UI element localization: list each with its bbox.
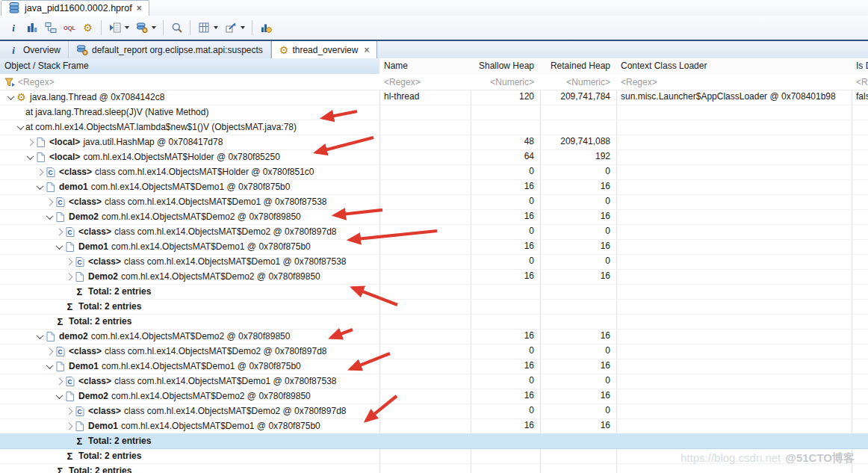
tree-row[interactable]: ΣTotal: 2 entries [0, 299, 868, 315]
thread-overview-gear-icon[interactable]: ⚙ [78, 19, 97, 37]
tree-row[interactable]: demo1com.hl.ex14.ObjectsMAT$Demo1 @ 0x78… [0, 179, 868, 195]
view-tab-thread_overview[interactable]: ⚙thread_overview× [271, 41, 378, 58]
tree-row[interactable]: ΣTotal: 2 entries [0, 433, 868, 449]
tree-row[interactable]: ΣTotal: 2 entries [0, 314, 868, 330]
shallow-heap-cell: 16 [471, 209, 540, 224]
oql-icon[interactable]: OQL [60, 19, 78, 37]
tree-row[interactable]: demo2com.hl.ex14.ObjectsMAT$Demo2 @ 0x78… [0, 329, 868, 344]
class-icon: C [45, 167, 56, 178]
tree-row[interactable]: ΣTotal: 2 entries [0, 463, 868, 473]
dropdown-caret-icon[interactable] [125, 26, 129, 29]
filter-input-5[interactable]: <Regex> [852, 75, 868, 90]
context-class-loader-cell [616, 120, 852, 135]
column-header-name[interactable]: Name [379, 58, 471, 74]
dominator-tree-icon[interactable] [41, 19, 60, 37]
expander-closed-icon[interactable] [55, 377, 64, 386]
expander-closed-icon[interactable] [64, 406, 74, 416]
expander-open-icon[interactable] [25, 152, 35, 162]
object-stack-frame-cell: ΣTotal: 2 entries [0, 314, 379, 329]
column-header-context-class-loader[interactable]: Context Class Loader [616, 58, 852, 74]
expander-closed-icon[interactable] [45, 197, 55, 207]
expander-closed-icon[interactable] [64, 272, 74, 282]
tree-row[interactable]: C<class>class com.hl.ex14.ObjectsMAT$Dem… [0, 374, 868, 389]
close-icon[interactable]: × [364, 45, 369, 55]
view-tab-overview[interactable]: iOverview [0, 41, 69, 58]
name-cell [379, 389, 471, 404]
export-icon[interactable] [221, 19, 240, 37]
table-filter-row: <Regex><Regex><Numeric><Numeric><Regex><… [0, 75, 868, 90]
tree-row[interactable]: C<class>class com.hl.ex14.ObjectsMAT$Dem… [0, 224, 868, 240]
expander-open-icon[interactable] [6, 93, 16, 102]
tree-row[interactable]: ΣTotal: 2 entries [0, 448, 868, 464]
row-label: com.hl.ex14.ObjectsMAT$Demo2 @ 0x780f898… [102, 210, 301, 224]
tree-row[interactable]: C<class>class com.hl.ex14.ObjectsMAT$Dem… [0, 254, 868, 270]
expander-open-icon[interactable] [45, 362, 55, 371]
dropdown-caret-icon[interactable] [214, 26, 218, 29]
column-header-is-daemon[interactable]: Is Daemon [852, 58, 868, 74]
tree-row[interactable]: <local>com.hl.ex14.ObjectsMAT$Holder @ 0… [0, 149, 868, 165]
expander-open-icon[interactable] [35, 332, 45, 341]
expander-open-icon[interactable] [55, 242, 64, 252]
filter-input-4[interactable]: <Regex> [616, 75, 852, 90]
tree-row[interactable]: at java.lang.Thread.sleep(J)V (Native Me… [0, 105, 868, 120]
is-daemon-cell [852, 448, 868, 463]
object-icon [74, 421, 85, 432]
expander-closed-icon[interactable] [64, 257, 74, 267]
column-header-object-stack-frame[interactable]: Object / Stack Frame [0, 58, 379, 74]
tree-row[interactable]: Demo1com.hl.ex14.ObjectsMAT$Demo1 @ 0x78… [0, 418, 868, 434]
expander-closed-icon[interactable] [64, 421, 74, 431]
expander-open-icon[interactable] [35, 182, 45, 192]
object-icon [74, 271, 85, 282]
tree-row[interactable]: C<class>class com.hl.ex14.ObjectsMAT$Dem… [0, 404, 868, 419]
shallow-heap-cell: 48 [471, 135, 540, 149]
tree-row[interactable]: C<class>class com.hl.ex14.ObjectsMAT$Hol… [0, 164, 868, 180]
tree-row[interactable]: Demo1com.hl.ex14.ObjectsMAT$Demo1 @ 0x78… [0, 239, 868, 255]
context-class-loader-cell [616, 149, 852, 164]
object-stack-frame-cell: Demo2com.hl.ex14.ObjectsMAT$Demo2 @ 0x78… [0, 269, 379, 284]
compare-basket-icon[interactable] [256, 19, 275, 37]
shallow-heap-cell: 0 [471, 374, 540, 389]
histogram-icon[interactable] [22, 19, 41, 37]
svg-text:i: i [12, 22, 15, 34]
dropdown-caret-icon[interactable] [241, 26, 245, 29]
object-icon [35, 152, 46, 163]
shallow-heap-cell [471, 314, 540, 329]
expander-closed-icon[interactable] [35, 167, 45, 177]
view-tab-default_report[interactable]: default_report org.eclipse.mat.api:suspe… [69, 41, 271, 58]
column-header-retained-heap[interactable]: Retained Heap [540, 58, 616, 74]
close-icon[interactable]: × [137, 4, 142, 13]
filter-input-3[interactable]: <Numeric> [540, 75, 616, 90]
expander-closed-icon[interactable] [45, 347, 55, 356]
row-label-bold: Demo1 [69, 359, 99, 374]
query-browser-icon[interactable] [132, 19, 151, 37]
tree-row[interactable]: C<class>class com.hl.ex14.ObjectsMAT$Dem… [0, 344, 868, 359]
tree-row[interactable]: C<class>class com.hl.ex14.ObjectsMAT$Dem… [0, 194, 868, 210]
expander-closed-icon[interactable] [55, 227, 64, 237]
filter-input-2[interactable]: <Numeric> [471, 75, 540, 90]
column-header-shallow-heap[interactable]: Shallow Heap [471, 58, 540, 74]
class-icon: C [55, 197, 66, 208]
search-icon[interactable] [167, 19, 186, 37]
tree-row[interactable]: Demo1com.hl.ex14.ObjectsMAT$Demo1 @ 0x78… [0, 359, 868, 374]
tree-row[interactable]: Demo2com.hl.ex14.ObjectsMAT$Demo2 @ 0x78… [0, 389, 868, 404]
calculator-icon[interactable] [194, 19, 213, 37]
expander-open-icon[interactable] [16, 123, 25, 132]
info-icon[interactable]: i [4, 19, 22, 37]
expander-open-icon[interactable] [55, 392, 64, 401]
tree-row[interactable]: Demo2com.hl.ex14.ObjectsMAT$Demo2 @ 0x78… [0, 209, 868, 225]
tree-row[interactable]: ΣTotal: 2 entries [0, 284, 868, 300]
name-cell: hl-thread [379, 90, 471, 105]
filter-input-1[interactable]: <Regex> [379, 75, 471, 90]
tree-row[interactable]: Demo2com.hl.ex14.ObjectsMAT$Demo2 @ 0x78… [0, 269, 868, 285]
row-label-bold: Demo1 [88, 419, 118, 433]
table-header-row: Object / Stack FrameNameShallow HeapReta… [0, 58, 868, 75]
filter-input-0[interactable]: <Regex> [0, 75, 379, 90]
tree-row[interactable]: at com.hl.ex14.ObjectsMAT.lambda$new$1()… [0, 120, 868, 135]
tree-row[interactable]: ⚙java.lang.Thread @ 0x7084142c8hl-thread… [0, 90, 868, 105]
run-report-icon[interactable] [105, 19, 124, 37]
dropdown-caret-icon[interactable] [152, 26, 156, 29]
expander-closed-icon[interactable] [25, 137, 35, 147]
editor-tab-heap-dump[interactable]: java_pid11600.0002.hprof × [1, 0, 149, 16]
tree-row[interactable]: <local>java.util.HashMap @ 0x708417d7848… [0, 135, 868, 150]
expander-open-icon[interactable] [45, 212, 55, 222]
